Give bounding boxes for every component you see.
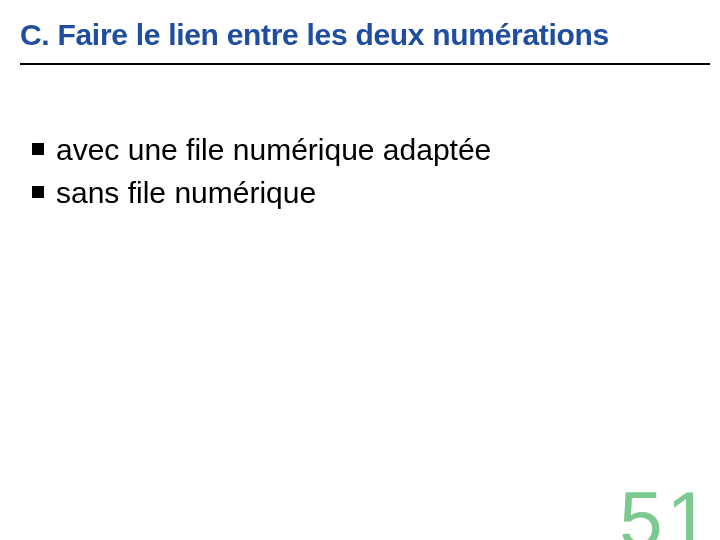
- list-item: sans file numérique: [32, 173, 680, 212]
- list-item-text: avec une file numérique adaptée: [56, 130, 491, 169]
- square-bullet-icon: [32, 186, 44, 198]
- list-item-text: sans file numérique: [56, 173, 316, 212]
- list-item: avec une file numérique adaptée: [32, 130, 680, 169]
- page-number: 51: [619, 480, 714, 540]
- slide: C. Faire le lien entre les deux numérati…: [0, 0, 720, 540]
- slide-title: C. Faire le lien entre les deux numérati…: [20, 18, 710, 65]
- square-bullet-icon: [32, 143, 44, 155]
- slide-body: avec une file numérique adaptée sans fil…: [32, 130, 680, 216]
